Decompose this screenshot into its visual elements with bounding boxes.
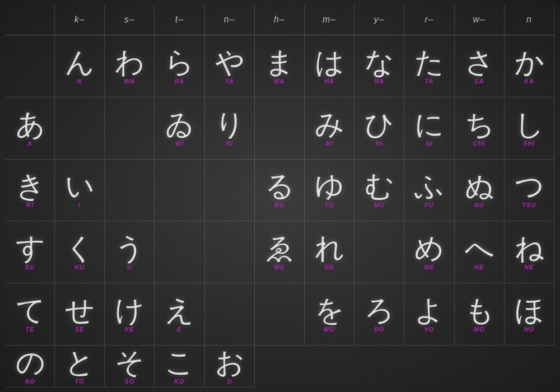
kana-cell-1-8: りRI <box>205 97 255 160</box>
kana-character: さ <box>465 48 494 77</box>
kana-romanization: WE <box>274 264 285 270</box>
kana-character: と <box>65 348 94 377</box>
kana-character: ん <box>65 48 94 77</box>
kana-character: を <box>315 296 344 325</box>
header-cell-4: n– <box>205 4 255 35</box>
kana-character: た <box>414 48 444 77</box>
header-cell-0 <box>6 4 55 35</box>
kana-romanization: NO <box>25 378 35 385</box>
header-cell-10: n <box>505 4 554 35</box>
kana-cell-0-2: さSA <box>455 35 505 97</box>
kana-cell-2-6: むMU <box>354 160 404 222</box>
kana-cell-0-6: まMA <box>255 35 305 97</box>
header-cell-5: h– <box>255 4 305 35</box>
kana-cell-0-9: わWA <box>105 35 155 97</box>
header-cell-3: t– <box>155 4 204 35</box>
kana-cell-3-2: せSE <box>55 283 105 346</box>
kana-cell-2-1: くKU <box>55 221 105 283</box>
header-cell-9: w– <box>455 4 505 35</box>
header-cell-1: k– <box>55 4 105 35</box>
kana-cell-2-7: ゆYU <box>305 160 354 222</box>
grid-container: k–s–t–n–h–m–y–r–w–n んNわWAらRAやYAまMAはHAなNA… <box>0 0 560 392</box>
kana-romanization: HA <box>324 78 334 85</box>
kana-cell-4-10 <box>255 283 305 346</box>
kana-romanization: N <box>77 78 82 85</box>
kana-romanization: KU <box>74 264 85 270</box>
kana-romanization: RU <box>274 202 284 208</box>
kana-character: ゑ <box>265 234 294 263</box>
kana-cell-4-9: をWO <box>305 283 354 346</box>
kana-cell-0-5: はHA <box>305 35 354 97</box>
kana-romanization: RA <box>175 78 185 85</box>
kana-romanization: O <box>227 378 232 385</box>
kana-character: わ <box>115 48 144 77</box>
kana-romanization: TE <box>25 326 34 333</box>
kana-character: ま <box>265 48 294 77</box>
kana-cell-3-0: えE <box>155 283 204 346</box>
kana-character: う <box>115 234 144 263</box>
kana-cell-2-3: つTSU <box>505 160 554 222</box>
kana-cell-4-6: もMO <box>455 283 505 346</box>
kana-character: ら <box>165 48 194 77</box>
kana-character: め <box>414 234 444 263</box>
kana-romanization: SE <box>75 326 85 333</box>
kana-character: あ <box>16 110 45 139</box>
kana-cell-0-0: あA <box>6 97 55 160</box>
kana-character: ひ <box>365 110 394 139</box>
kana-romanization: HI <box>376 140 383 147</box>
kana-character: せ <box>65 296 94 325</box>
header-cell-7: y– <box>354 4 404 35</box>
kana-romanization: YA <box>225 78 234 85</box>
kana-romanization: MA <box>274 78 284 85</box>
kana-cell-2-9 <box>205 160 255 222</box>
kana-character: こ <box>165 348 194 377</box>
header-cell-2: s– <box>105 4 155 35</box>
kana-cell-4-5: ほHO <box>505 283 554 346</box>
header-row: k–s–t–n–h–m–y–r–w–n <box>6 4 554 35</box>
kana-cell-2-8: るRU <box>255 160 305 222</box>
kana-character: に <box>414 110 444 139</box>
kana-character: る <box>265 171 294 200</box>
kana-character: き <box>16 171 45 200</box>
kana-cell-2-5: ふFU <box>404 160 454 222</box>
kana-romanization: KE <box>125 326 134 333</box>
kana-romanization: SO <box>124 378 134 385</box>
kana-romanization: FU <box>424 202 434 208</box>
kana-cell-1-4: にNI <box>404 97 454 160</box>
kana-character: か <box>515 48 544 77</box>
kana-cell-4-0: おO <box>205 346 255 388</box>
kana-character: え <box>165 296 194 325</box>
header-cell-6: m– <box>305 4 354 35</box>
kana-character: や <box>215 48 244 77</box>
kana-romanization: NA <box>374 78 384 85</box>
kana-romanization: HE <box>474 264 484 270</box>
kana-cell-3-7 <box>354 221 404 283</box>
kana-cell-1-10 <box>105 97 155 160</box>
kana-cell-0-4: なNA <box>354 35 404 97</box>
chalkboard: k–s–t–n–h–m–y–r–w–n んNわWAらRAやYAまMAはHAなNA… <box>0 0 560 392</box>
kana-character: み <box>315 110 344 139</box>
kana-character: ほ <box>515 296 544 325</box>
kana-character: て <box>16 296 45 325</box>
kana-grid: んNわWAらRAやYAまMAはHAなNAたTAさSAかKAあAゐWIりRIみMI… <box>6 35 554 388</box>
kana-character: す <box>16 234 45 263</box>
kana-cell-4-4: のNO <box>6 346 55 388</box>
kana-cell-3-6: めME <box>404 221 454 283</box>
kana-cell-0-3: たTA <box>404 35 454 97</box>
kana-cell-2-10 <box>155 160 204 222</box>
kana-romanization: YO <box>424 326 435 333</box>
row-label-0 <box>6 35 55 97</box>
row-label-3 <box>155 221 204 283</box>
kana-cell-3-4: ねNE <box>505 221 554 283</box>
kana-cell-0-7: やYA <box>205 35 255 97</box>
kana-character: も <box>465 296 494 325</box>
kana-romanization: SA <box>474 78 484 85</box>
kana-romanization: WI <box>175 140 184 147</box>
kana-cell-0-1: かKA <box>505 35 554 97</box>
kana-romanization: RO <box>374 326 385 333</box>
kana-romanization: WA <box>124 78 135 85</box>
kana-character: ゐ <box>165 110 194 139</box>
kana-character: ぬ <box>465 171 494 200</box>
kana-romanization: KO <box>174 378 185 385</box>
kana-romanization: TSU <box>522 202 536 208</box>
